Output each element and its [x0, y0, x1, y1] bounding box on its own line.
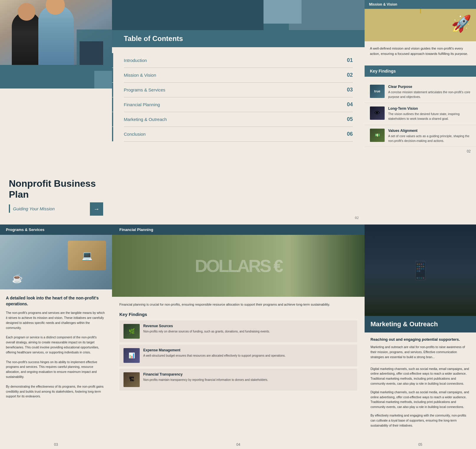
toc-item-marketing[interactable]: Marketing & Outreach 05	[124, 112, 353, 127]
toc-block3	[263, 0, 302, 24]
toc-item-introduction[interactable]: Introduction 01	[124, 53, 353, 68]
toc-page-number: 02	[355, 215, 359, 220]
cover-teal-strip	[0, 65, 112, 89]
person1-silhouette	[12, 12, 41, 65]
slide-cover: Nonprofit Business Plan Guiding Your Mis…	[0, 0, 112, 225]
marketing-subtitle: Reaching out and engaging potential supp…	[370, 337, 470, 342]
toc-header: Table of Contents	[112, 30, 365, 47]
marketing-content-area: Reaching out and engaging potential supp…	[365, 332, 476, 440]
toc-top-decoration: Table of Contents	[112, 0, 365, 47]
programs-content-area: A detailed look into the heart of the no…	[0, 289, 112, 440]
toc-item-num-financial: 04	[347, 101, 353, 108]
cover-accent-line	[9, 204, 10, 213]
toc-item-financial[interactable]: Financial Planning 04	[124, 97, 353, 112]
fin-title-revenue: Revenue Sources	[143, 324, 270, 328]
programs-header: Programs & Services	[0, 225, 112, 235]
cover-photo	[0, 0, 112, 65]
mission-header-bar: Mission & Vision	[365, 0, 476, 9]
finding-title-purpose: Clear Purpose	[388, 85, 471, 89]
marketing-para-3: Digital marketing channels, such as soci…	[370, 390, 470, 409]
person2-silhouette	[38, 6, 74, 65]
financial-hero-image: DOLLARS €	[112, 235, 365, 297]
toc-item-mission[interactable]: Mission & Vision 02	[124, 68, 353, 83]
finding-item-values: 💵 Values Alignment A set of core values …	[365, 125, 476, 147]
finding-desc-values: A set of core values acts as a guiding p…	[388, 134, 471, 143]
mission-page-number: 02	[365, 147, 476, 156]
marketing-divider-1	[370, 363, 470, 363]
key-findings-header: Key Findings	[365, 65, 476, 77]
programs-hero-image: 💻 ☕	[0, 235, 112, 289]
toc-items-list: Introduction 01 Mission & Vision 02 Prog…	[112, 47, 365, 225]
cover-subtitle: Guiding Your Mission	[13, 206, 55, 211]
mission-text-area: A well-defined mission and vision guides…	[365, 41, 476, 65]
mission-header-label: Mission & Vision	[369, 2, 397, 6]
finding-content-vision: Long-Term Vision The vision outlines the…	[388, 106, 471, 121]
finding-desc-purpose: A concise mission statement articulates …	[388, 90, 471, 99]
financial-header: Financial Planning	[112, 225, 365, 235]
slide-marketing: 📱 Marketing & Outreach Reaching out and …	[365, 225, 476, 449]
toc-item-conclusion[interactable]: Conclusion 06	[124, 127, 353, 142]
mission-description: A well-defined mission and vision guides…	[370, 46, 471, 57]
slide-mission: Mission & Vision 🚀 A well-defined missio…	[365, 0, 476, 225]
financial-finding-revenue: 🌿 Revenue Sources Non-profits rely on di…	[119, 320, 357, 342]
marketing-title-block: Marketing & Outreach	[365, 316, 476, 332]
toc-item-name-marketing: Marketing & Outreach	[124, 117, 347, 122]
finding-content-values: Values Alignment A set of core values ac…	[388, 129, 471, 143]
programs-para-1: The non-profit's programs and services a…	[6, 310, 106, 330]
toc-item-num-introduction: 01	[347, 57, 353, 63]
cover-title: Nonprofit Business Plan	[9, 178, 103, 200]
finding-item-vision: 👁 Long-Term Vision The vision outlines t…	[365, 103, 476, 125]
toc-item-name-programs: Programs & Services	[124, 87, 347, 92]
toc-item-num-programs: 03	[347, 87, 353, 93]
fin-img-transparency: 🏗	[123, 372, 140, 387]
toc-item-programs[interactable]: Programs & Services 03	[124, 83, 353, 97]
programs-header-label: Programs & Services	[6, 227, 45, 232]
mission-rocket-graphic: 🚀	[449, 9, 473, 38]
money-text-decoration: DOLLARS €	[195, 256, 282, 276]
fin-content-transparency: Financial Transparency Non-profits maint…	[143, 372, 268, 382]
slide-financial: Financial Planning DOLLARS € Financial p…	[112, 225, 365, 449]
toc-item-name-mission: Mission & Vision	[124, 73, 347, 78]
key-findings-title: Key Findings	[370, 69, 396, 73]
toc-item-num-mission: 02	[347, 72, 353, 78]
financial-key-findings: Key Findings	[119, 312, 357, 317]
laptop-graphic: 💻	[68, 241, 106, 270]
cover-subtitle-bar: Guiding Your Mission	[9, 204, 103, 213]
financial-content-area: Financial planning is crucial for non-pr…	[112, 297, 365, 440]
marketing-hero-image: 📱	[365, 225, 476, 316]
toc-title: Table of Contents	[124, 35, 353, 43]
programs-page-number: 03	[0, 440, 112, 449]
fin-img-revenue: 🌿	[123, 324, 140, 339]
toc-item-name-introduction: Introduction	[124, 58, 347, 63]
arrow-icon: →	[94, 206, 100, 212]
programs-main-title: A detailed look into the heart of the no…	[6, 295, 106, 307]
coins-overlay	[365, 270, 476, 316]
finding-img-vision: 👁	[370, 106, 385, 120]
mission-top-area: Mission & Vision 🚀	[365, 0, 476, 41]
toc-item-num-marketing: 05	[347, 116, 353, 122]
finding-img-purpose: true	[370, 85, 385, 98]
fin-content-expense: Expense Management A well-structured bud…	[143, 348, 286, 358]
programs-para-4: By demonstrating the effectiveness of it…	[6, 384, 106, 399]
marketing-para-2: Digital marketing channels, such as soci…	[370, 366, 470, 386]
cover-arrow[interactable]: →	[90, 202, 103, 216]
finding-content-purpose: Clear Purpose A concise mission statemen…	[388, 85, 471, 99]
programs-para-3: The non-profit's success hinges on its a…	[6, 360, 106, 379]
toc-item-num-conclusion: 06	[347, 131, 353, 137]
programs-para-2: Each program or service is a distinct co…	[6, 335, 106, 355]
fin-desc-expense: A well-structured budget ensures that re…	[143, 353, 286, 358]
cup-graphic: ☕	[12, 273, 23, 284]
financial-header-label: Financial Planning	[119, 227, 153, 232]
top-row: Nonprofit Business Plan Guiding Your Mis…	[0, 0, 476, 225]
marketing-main-title: Marketing & Outreach	[370, 320, 470, 328]
fin-title-transparency: Financial Transparency	[143, 372, 268, 376]
financial-kf-title: Key Findings	[119, 312, 357, 317]
toc-item-name-conclusion: Conclusion	[124, 132, 347, 137]
marketing-para-1: Marketing and outreach are vital for non…	[370, 345, 470, 359]
financial-page-number: 04	[112, 440, 365, 449]
marketing-page-number: 05	[365, 440, 476, 449]
financial-finding-expense: 📊 Expense Management A well-structured b…	[119, 345, 357, 366]
marketing-para-4: By effectively marketing and engaging wi…	[370, 413, 470, 428]
fin-desc-revenue: Non-profits rely on diverse sources of f…	[143, 329, 270, 334]
toc-item-name-financial: Financial Planning	[124, 102, 347, 107]
